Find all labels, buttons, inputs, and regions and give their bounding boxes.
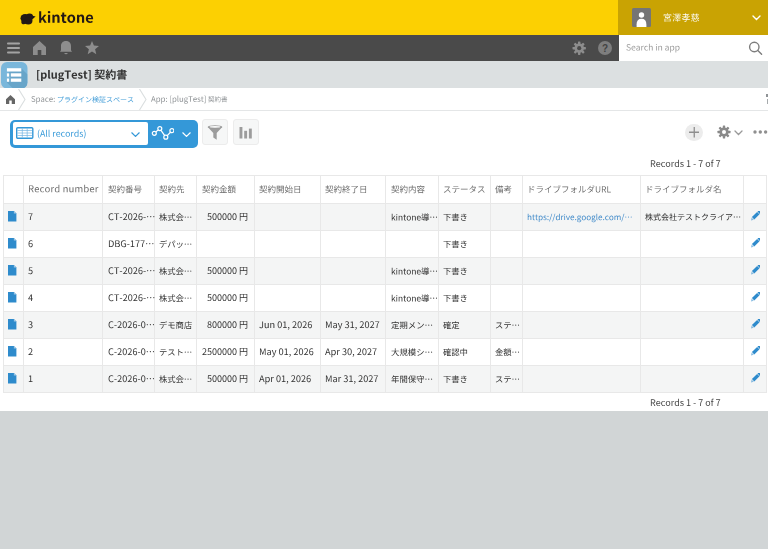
svg-text:?: ? [601, 43, 607, 54]
